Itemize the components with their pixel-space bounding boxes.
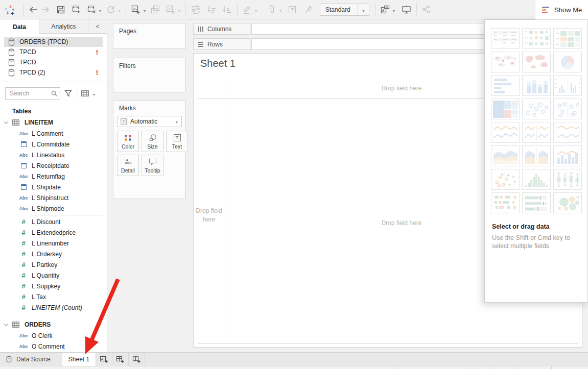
showme-scatter-plot-thumbnail[interactable] — [491, 169, 520, 190]
pages-shelf[interactable]: Pages — [113, 23, 186, 49]
showme-highlight-table-thumbnail[interactable] — [553, 28, 582, 49]
back-icon[interactable] — [27, 3, 39, 16]
fit-selector-caret[interactable] — [358, 4, 369, 15]
data-source-tab[interactable]: Data Source — [0, 353, 62, 366]
run-update-icon[interactable] — [105, 3, 117, 16]
showme-filled-map-thumbnail[interactable] — [522, 52, 551, 72]
field-row[interactable]: L Commitdate — [0, 139, 107, 150]
showme-text-table-thumbnail[interactable] — [491, 28, 520, 49]
chevron-down-icon[interactable] — [4, 119, 8, 124]
new-worksheet-button[interactable] — [96, 353, 112, 366]
filters-shelf[interactable]: Filters — [113, 58, 186, 92]
data-source-row[interactable]: TPCD — [4, 57, 103, 67]
showme-treemap-thumbnail[interactable] — [491, 99, 520, 119]
showme-dual-lines-thumbnail[interactable] — [553, 122, 582, 143]
showme-packed-bubbles-thumbnail[interactable] — [553, 192, 582, 213]
pin-icon[interactable] — [302, 3, 315, 16]
data-source-row[interactable]: TPCD (2) ! — [4, 67, 103, 78]
showme-heat-map-thumbnail[interactable] — [522, 28, 551, 49]
share-icon[interactable] — [420, 3, 433, 16]
showme-discrete-lines-thumbnail[interactable] — [522, 122, 551, 143]
showme-dual-combination-thumbnail[interactable] — [553, 145, 582, 166]
chevron-down-icon[interactable] — [4, 322, 8, 326]
run-update-caret[interactable] — [117, 5, 122, 14]
field-row[interactable]: L Shipinstruct — [0, 192, 107, 203]
field-row[interactable]: L Shipdate — [0, 182, 107, 192]
field-row[interactable]: L Linenumber — [0, 238, 107, 249]
showme-discrete-area-thumbnail[interactable] — [522, 145, 551, 166]
field-row[interactable]: LINEITEM (Count) — [0, 302, 107, 313]
rows-shelf-droparea[interactable] — [251, 38, 484, 50]
view-options-icon[interactable] — [81, 90, 89, 96]
field-row[interactable]: L Quantity — [0, 270, 107, 281]
highlight-icon[interactable] — [241, 3, 253, 16]
pause-auto-updates-icon[interactable] — [85, 3, 98, 16]
new-worksheet-icon[interactable] — [130, 3, 142, 16]
field-row[interactable]: L Linestatus — [0, 150, 107, 160]
field-row[interactable]: O Clerk — [0, 330, 107, 341]
mark-type-dropdown[interactable]: Automatic — [117, 116, 182, 127]
show-me-button[interactable]: Show Me — [535, 0, 588, 19]
new-data-source-icon[interactable] — [70, 3, 82, 16]
text-button[interactable]: Text — [166, 131, 188, 152]
new-worksheet-caret[interactable] — [142, 5, 147, 14]
sort-descending-icon[interactable] — [221, 3, 233, 16]
drop-zone-rows[interactable]: Drop field here — [196, 207, 222, 224]
save-icon[interactable] — [55, 3, 67, 16]
clear-sheet-icon[interactable] — [164, 3, 177, 16]
showme-side-by-side-circles-thumbnail[interactable] — [553, 99, 582, 119]
showme-circle-views-thumbnail[interactable] — [522, 99, 551, 119]
tab-data[interactable]: Data — [0, 19, 39, 34]
field-row[interactable]: L Extendedprice — [0, 227, 107, 238]
tooltip-button[interactable]: Tooltip — [142, 155, 163, 176]
data-source-row[interactable]: ORDERS (TPCD) — [4, 37, 103, 47]
pause-auto-updates-caret[interactable] — [98, 5, 103, 14]
tab-analytics[interactable]: Analytics — [39, 19, 88, 33]
collapse-pane-icon[interactable]: < — [88, 19, 107, 33]
field-row[interactable]: L Tax — [0, 291, 107, 302]
field-row[interactable]: L Receiptdate — [0, 160, 107, 171]
showme-gantt-thumbnail[interactable] — [491, 192, 520, 213]
highlight-caret[interactable] — [253, 5, 258, 14]
sheet1-tab[interactable]: Sheet 1 — [62, 353, 96, 366]
showme-continuous-area-thumbnail[interactable] — [491, 145, 520, 166]
table-orders-header[interactable]: ORDERS — [0, 319, 107, 330]
columns-shelf-droparea[interactable] — [251, 23, 484, 35]
fit-selector[interactable]: Standard — [320, 4, 369, 16]
showme-bullet-graph-thumbnail[interactable] — [522, 192, 551, 213]
field-row[interactable]: L Suppkey — [0, 281, 107, 291]
showme-histogram-thumbnail[interactable] — [522, 169, 551, 190]
sort-ascending-icon[interactable] — [206, 3, 218, 16]
attach-caret[interactable] — [278, 5, 283, 14]
swap-rows-columns-icon[interactable] — [190, 3, 202, 16]
presentation-mode-icon[interactable] — [401, 3, 413, 16]
field-row[interactable]: L Discount — [0, 216, 107, 227]
text-object-icon[interactable] — [286, 3, 298, 16]
field-row[interactable]: O Comment — [0, 341, 107, 352]
filter-fields-icon[interactable] — [64, 90, 72, 97]
detail-button[interactable]: Detail — [117, 155, 139, 176]
data-source-row[interactable]: TPCD ! — [4, 47, 103, 57]
field-row[interactable]: L Shipmode — [0, 203, 107, 214]
duplicate-icon[interactable] — [149, 3, 161, 16]
field-row[interactable]: L Partkey — [0, 259, 107, 270]
view-options-caret[interactable] — [91, 89, 97, 98]
showme-continuous-lines-thumbnail[interactable] — [491, 122, 520, 143]
field-row[interactable]: L Orderkey — [0, 249, 107, 259]
field-row[interactable]: L Comment — [0, 128, 107, 139]
clear-sheet-caret[interactable] — [177, 5, 182, 14]
showme-symbol-map-thumbnail[interactable] — [491, 52, 520, 72]
showme-stacked-bars-thumbnail[interactable] — [522, 75, 551, 96]
attach-icon[interactable] — [266, 3, 278, 16]
size-button[interactable]: Size — [142, 131, 163, 152]
show-mark-labels-icon[interactable] — [379, 3, 391, 16]
forward-icon[interactable] — [39, 3, 52, 16]
show-mark-labels-caret[interactable] — [391, 5, 396, 14]
showme-pie-chart-thumbnail[interactable] — [553, 52, 582, 72]
color-button[interactable]: Color — [117, 131, 139, 152]
field-row[interactable]: L Returnflag — [0, 171, 107, 182]
showme-side-by-side-bars-thumbnail[interactable] — [553, 75, 582, 96]
table-lineitem-header[interactable]: LINEITEM — [0, 117, 107, 128]
showme-box-and-whisker-thumbnail[interactable] — [553, 169, 582, 190]
showme-horizontal-bars-thumbnail[interactable] — [491, 75, 520, 96]
